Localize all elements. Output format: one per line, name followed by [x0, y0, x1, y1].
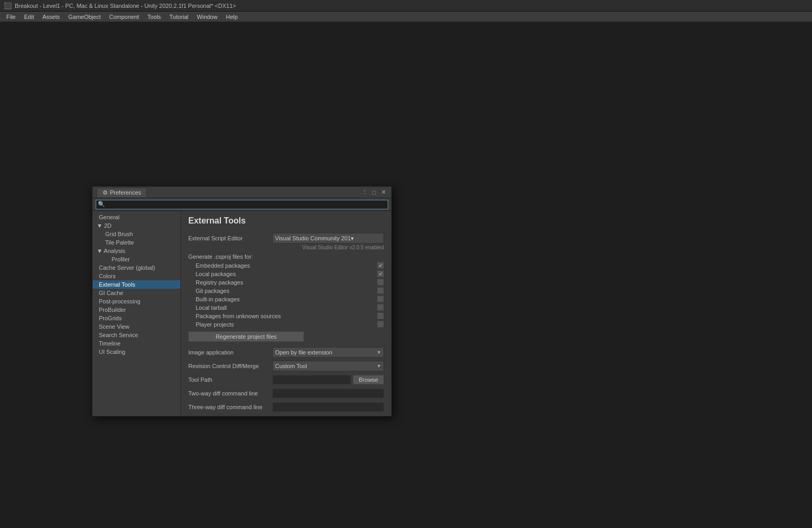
- regenerate-button[interactable]: Regenerate project files: [188, 331, 304, 342]
- tool-path-label: Tool Path: [188, 377, 272, 383]
- external-script-editor-label: External Script Editor: [188, 235, 272, 241]
- menu-tutorial[interactable]: Tutorial: [165, 12, 192, 22]
- builtin-packages-label: Built-in packages: [196, 296, 377, 302]
- sidebar-item-grid-brush[interactable]: Grid Brush: [93, 230, 180, 238]
- revision-control-label: Revision Control Diff/Merge: [188, 363, 272, 369]
- sidebar-item-profiler[interactable]: Profiler: [93, 255, 180, 263]
- image-application-dropdown-text: Open by file extension: [275, 349, 332, 356]
- gear-icon: ⚙: [103, 189, 108, 196]
- revision-control-row: Revision Control Diff/Merge Custom Tool …: [188, 361, 384, 371]
- sidebar-item-cache-server[interactable]: Cache Server (global): [93, 263, 180, 272]
- git-packages-label: Git packages: [196, 288, 377, 294]
- image-application-row: Image application Open by file extension…: [188, 347, 384, 358]
- two-way-diff-label: Two-way diff command line: [188, 390, 272, 397]
- checkbox-local-packages: Local packages: [188, 270, 384, 277]
- sidebar-item-analysis[interactable]: ▼ Analysis: [93, 247, 180, 255]
- menu-help[interactable]: Help: [221, 12, 242, 22]
- generate-label: Generate .csproj files for:: [188, 253, 384, 260]
- local-tarball-label: Local tarball: [196, 304, 377, 311]
- merge-arguments-row: Merge arguments: [188, 415, 384, 416]
- sidebar-item-progrids[interactable]: ProGrids: [93, 314, 180, 322]
- checkbox-unknown-sources: Packages from unknown sources: [188, 312, 384, 319]
- sidebar-item-general[interactable]: General: [93, 213, 180, 221]
- sidebar-item-2d[interactable]: ▼ 2D: [93, 221, 180, 230]
- external-script-editor-hint: Visual Studio Editor v2.0.5 enabled: [188, 245, 384, 250]
- revision-control-dropdown[interactable]: Custom Tool ▼: [272, 361, 384, 371]
- main-content: External Tools External Script Editor Vi…: [181, 211, 391, 416]
- local-tarball-checkbox[interactable]: [377, 304, 384, 311]
- player-projects-checkbox[interactable]: [377, 321, 384, 328]
- sidebar-item-external-tools[interactable]: External Tools: [93, 280, 180, 289]
- image-application-value: Open by file extension ▼: [272, 347, 384, 358]
- three-way-diff-row: Three-way diff command line: [188, 402, 384, 412]
- dialog-title: Preferences: [110, 189, 141, 196]
- external-script-editor-value: Visual Studio Community 201▾: [272, 233, 384, 243]
- checkbox-registry-packages: Registry packages: [188, 279, 384, 286]
- search-bar-row: 🔍: [93, 198, 391, 211]
- sidebar-item-probuilder[interactable]: ProBuilder: [93, 306, 180, 314]
- revision-control-dropdown-text: Custom Tool: [275, 363, 307, 369]
- embedded-packages-label: Embedded packages: [196, 262, 377, 269]
- sidebar-item-gi-cache[interactable]: GI Cache: [93, 289, 180, 297]
- dialog-body: General ▼ 2D Grid Brush Tile Palette ▼ A…: [93, 211, 391, 416]
- local-packages-checkbox[interactable]: [377, 270, 384, 277]
- unknown-sources-label: Packages from unknown sources: [196, 313, 377, 319]
- local-packages-label: Local packages: [196, 271, 377, 277]
- title-bar: ⬛ Breakout - Level1 - PC, Mac & Linux St…: [0, 0, 812, 12]
- checkbox-builtin-packages: Built-in packages: [188, 296, 384, 302]
- revision-control-dropdown-arrow: ▼: [377, 363, 381, 369]
- search-input[interactable]: [96, 200, 388, 209]
- image-application-label: Image application: [188, 349, 272, 356]
- sidebar: General ▼ 2D Grid Brush Tile Palette ▼ A…: [93, 211, 181, 416]
- unknown-sources-checkbox[interactable]: [377, 312, 384, 319]
- image-application-dropdown-arrow: ▼: [377, 350, 381, 355]
- two-way-diff-row: Two-way diff command line: [188, 388, 384, 399]
- sidebar-item-post-processing[interactable]: Post-processing: [93, 297, 180, 306]
- menu-bar: File Edit Assets GameObject Component To…: [0, 12, 812, 22]
- menu-component[interactable]: Component: [105, 12, 143, 22]
- dialog-menu-button[interactable]: ⋮: [361, 189, 368, 196]
- tool-path-input[interactable]: [272, 375, 351, 384]
- player-projects-label: Player projects: [196, 321, 377, 328]
- dialog-close-button[interactable]: ✕: [380, 189, 387, 196]
- image-application-dropdown[interactable]: Open by file extension ▼: [272, 347, 384, 358]
- sidebar-item-colors[interactable]: Colors: [93, 272, 180, 280]
- browse-button[interactable]: Browse: [353, 375, 384, 384]
- dialog-title-tab: ⚙ Preferences: [97, 188, 147, 197]
- two-way-diff-value: [272, 389, 384, 398]
- two-way-diff-input[interactable]: [272, 389, 384, 398]
- three-way-diff-input[interactable]: [272, 402, 384, 412]
- external-script-editor-dropdown[interactable]: Visual Studio Community 201▾: [272, 233, 384, 243]
- registry-packages-label: Registry packages: [196, 279, 377, 286]
- preferences-dialog: ⚙ Preferences ⋮ □ ✕ 🔍 General ▼ 2D Grid …: [92, 186, 392, 417]
- menu-tools[interactable]: Tools: [143, 12, 165, 22]
- sidebar-item-timeline[interactable]: Timeline: [93, 339, 180, 348]
- sidebar-item-scene-view[interactable]: Scene View: [93, 322, 180, 331]
- search-icon: 🔍: [98, 201, 105, 208]
- checkbox-player-projects: Player projects: [188, 321, 384, 328]
- checkbox-git-packages: Git packages: [188, 287, 384, 294]
- sidebar-item-ui-scaling[interactable]: UI Scaling: [93, 348, 180, 356]
- menu-gameobject[interactable]: GameObject: [64, 12, 105, 22]
- three-way-diff-label: Three-way diff command line: [188, 404, 272, 410]
- tool-path-value: Browse: [272, 375, 384, 384]
- menu-file[interactable]: File: [2, 12, 20, 22]
- git-packages-checkbox[interactable]: [377, 287, 384, 294]
- checkbox-embedded-packages: Embedded packages: [188, 262, 384, 269]
- dialog-controls: ⋮ □ ✕: [361, 189, 387, 196]
- dialog-maximize-button[interactable]: □: [370, 189, 378, 196]
- external-script-editor-dropdown-text: Visual Studio Community 201▾: [275, 235, 354, 242]
- registry-packages-checkbox[interactable]: [377, 279, 384, 286]
- menu-assets[interactable]: Assets: [38, 12, 64, 22]
- three-way-diff-value: [272, 402, 384, 412]
- sidebar-item-tile-palette[interactable]: Tile Palette: [93, 238, 180, 247]
- revision-control-value: Custom Tool ▼: [272, 361, 384, 371]
- menu-edit[interactable]: Edit: [20, 12, 38, 22]
- embedded-packages-checkbox[interactable]: [377, 262, 384, 269]
- content-title: External Tools: [188, 216, 384, 226]
- checkbox-local-tarball: Local tarball: [188, 304, 384, 311]
- builtin-packages-checkbox[interactable]: [377, 296, 384, 302]
- dialog-titlebar: ⚙ Preferences ⋮ □ ✕: [93, 187, 391, 198]
- menu-window[interactable]: Window: [192, 12, 221, 22]
- sidebar-item-search-service[interactable]: Search Service: [93, 331, 180, 339]
